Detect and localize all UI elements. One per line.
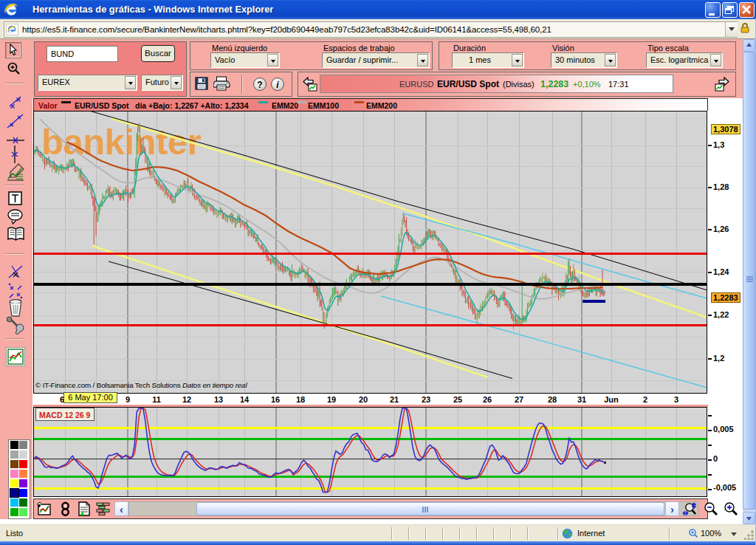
svg-text:© IT-Finance.com / Bolsamania: © IT-Finance.com / Bolsamania Tech Solut…	[35, 381, 247, 389]
